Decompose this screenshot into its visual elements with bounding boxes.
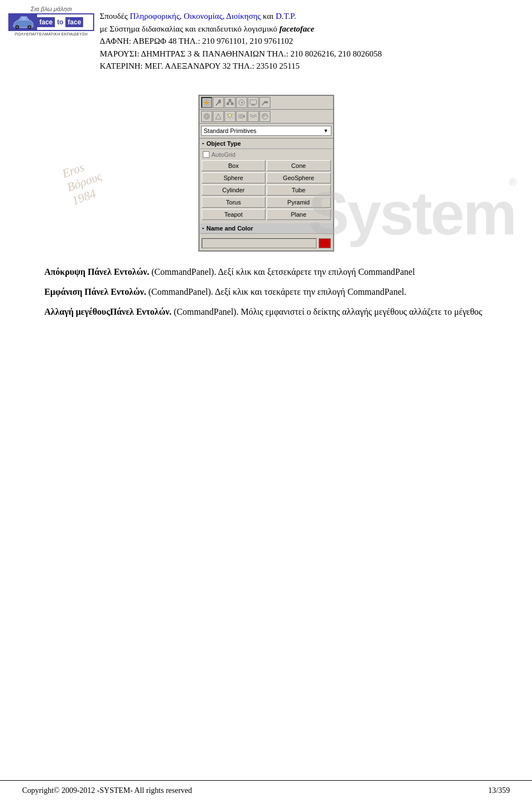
svg-line-10: [204, 100, 205, 101]
3dsmax-panel: Standard Primitives ▼ - Object Type Auto…: [198, 95, 334, 252]
p3-cmd: (CommandPanel).: [174, 307, 239, 316]
header-line-5: ΚΑΤΕΡΙΝΗ: ΜΕΓ. ΑΛΕΞΑΝΔΡΟΥ 32 ΤΗΛ.: 23510…: [100, 60, 510, 73]
modify-tab-icon[interactable]: [213, 97, 224, 108]
svg-rect-14: [229, 99, 231, 101]
create-tab-icon[interactable]: [201, 97, 212, 108]
paragraph-1: Απόκρυψη Πάνελ Εντολών. (CommandPanel). …: [44, 265, 488, 279]
box-button[interactable]: Box: [202, 160, 266, 171]
display-tab-icon[interactable]: [248, 97, 259, 108]
header-dtp: D.T.P.: [275, 12, 296, 21]
paragraph-3: Αλλαγή μεγέθουςΠάνελ Εντολών. (CommandPa…: [44, 305, 488, 319]
primitive-type-dropdown[interactable]: Standard Primitives ▼: [201, 126, 331, 136]
hammer-icon: [261, 99, 269, 106]
svg-rect-20: [231, 103, 233, 105]
collapse-object-type-btn[interactable]: -: [202, 140, 204, 147]
footer-page: 13/359: [488, 786, 510, 795]
wave-icon: [249, 112, 257, 120]
cone-button[interactable]: Cone: [267, 160, 331, 171]
name-color-content: [200, 236, 333, 250]
cameras-icon-btn[interactable]: [236, 111, 247, 122]
svg-rect-4: [22, 17, 26, 19]
utilities-tab-icon[interactable]: [259, 97, 270, 108]
header-brand: facetoface: [279, 24, 314, 33]
p2-label: Εμφάνιση Πάνελ Εντολών.: [44, 287, 146, 296]
svg-point-5: [205, 101, 208, 104]
toolbar-row-1[interactable]: [200, 96, 333, 110]
autogrid-label: AutoGrid: [212, 151, 236, 158]
logo-face-right: face: [65, 17, 83, 27]
header-text-2: και: [261, 12, 276, 21]
object-name-input[interactable]: [202, 238, 316, 248]
content-area: System ®: [0, 78, 532, 331]
cylinder-button[interactable]: Cylinder: [202, 185, 266, 196]
geometry-icon-btn[interactable]: [201, 111, 212, 122]
object-type-title: Object Type: [207, 140, 241, 147]
torus-button[interactable]: Torus: [202, 197, 266, 208]
dropdown-label: Standard Primitives: [204, 127, 257, 134]
svg-line-13: [204, 104, 205, 105]
collapse-name-color-btn[interactable]: -: [202, 224, 204, 232]
object-type-header: - Object Type: [200, 139, 333, 149]
logo-area: Σια βλω μάλησι face to face ΠΟΛΥΕΠΑΓΓΕΛΜ…: [8, 6, 94, 36]
logo-bottom-text: ΠΟΛΥΕΠΑΓΓΕΛΜΑΤΙΚΗ ΕΚΠΑΙΔΕΥΣΗ: [8, 32, 94, 36]
camera-icon: [238, 112, 245, 120]
object-type-section: - Object Type AutoGrid Box Cone Sphere G…: [200, 139, 333, 223]
svg-rect-19: [227, 103, 229, 105]
motion-tab-icon[interactable]: [236, 97, 247, 108]
car-icon: [11, 14, 35, 30]
svg-line-26: [262, 102, 264, 105]
sun-icon: [203, 99, 211, 106]
teapot-button[interactable]: Teapot: [202, 209, 266, 220]
p1-label: Απόκρυψη Πάνελ Εντολών.: [44, 267, 149, 277]
monitor-icon: [249, 99, 257, 106]
hierarchy-tab-icon[interactable]: [224, 97, 236, 108]
header-line-4: ΜΑΡΟΥΣΙ: ΔΗΜΗΤΡΑΣ 3 & ΠΑΝΑΘΗΝΑΙΩΝ ΤΗΛ.: …: [100, 48, 510, 60]
p1-cmd: (CommandPanel).: [151, 267, 216, 277]
svg-point-3: [29, 27, 30, 28]
header-text-3: με Σύστημα διδασκαλίας και εκπαιδευτικό …: [100, 24, 279, 33]
svg-line-12: [208, 100, 209, 101]
sphere-icon: [203, 112, 211, 120]
svg-line-11: [208, 104, 209, 105]
svg-rect-25: [264, 101, 268, 103]
name-color-section: - Name and Color: [200, 223, 333, 250]
pyramid-button[interactable]: Pyramid: [267, 197, 331, 208]
footer-copyright: Copyright© 2009-2012 -SYSTEM- All rights…: [22, 786, 192, 795]
svg-point-27: [204, 114, 209, 119]
spacewarp-icon: [261, 112, 269, 120]
paragraph-2: Εμφάνιση Πάνελ Εντολών. (CommandPanel). …: [44, 285, 488, 299]
color-swatch[interactable]: [319, 238, 331, 248]
trademark-symbol: ®: [509, 177, 516, 188]
sphere-button[interactable]: Sphere: [202, 172, 266, 183]
shapes-icon-btn[interactable]: [213, 111, 224, 122]
lights-icon-btn[interactable]: [224, 111, 236, 122]
p3-text: Μόλις εμφανιστεί ο δείκτης αλλαγής μεγέθ…: [238, 307, 482, 316]
toolbar-row-2[interactable]: [200, 110, 333, 124]
svg-point-32: [240, 115, 242, 117]
wrench-icon: [214, 99, 222, 106]
header-links: Πληροφορικής, Οικονομίας, Διοίκησης: [130, 12, 260, 21]
p2-cmd: (CommandPanel).: [149, 287, 213, 296]
p1-text: Δεξί κλικ και ξετσεκάρετε την επιλογή Co…: [216, 267, 415, 277]
header-line-2: με Σύστημα διδασκαλίας και εκπαιδευτικό …: [100, 23, 510, 35]
tube-button[interactable]: Tube: [267, 185, 331, 196]
name-color-row: [202, 238, 331, 248]
header-line-1: Σπουδές Πληροφορικής, Οικονομίας, Διοίκη…: [100, 10, 510, 23]
motion-icon: [238, 99, 245, 106]
object-buttons-grid: Box Cone Sphere GeoSphere Cylinder Tube …: [202, 160, 331, 220]
logo-to: to: [55, 17, 65, 27]
body-text: Απόκρυψη Πάνελ Εντολών. (CommandPanel). …: [22, 265, 510, 319]
helpers-icon-btn[interactable]: [248, 111, 259, 122]
header-text-1: Σπουδές: [100, 12, 130, 21]
hierarchy-icon: [226, 99, 234, 106]
geosphere-button[interactable]: GeoSphere: [267, 172, 331, 183]
svg-point-33: [262, 114, 268, 119]
header-line-3: ΔΑΦΝΗ: ΑΒΕΡΩΦ 48 ΤΗΛ.: 210 9761101, 210 …: [100, 35, 510, 48]
autogrid-checkbox[interactable]: [203, 151, 209, 158]
plane-button[interactable]: Plane: [267, 209, 331, 220]
object-type-content: AutoGrid Box Cone Sphere GeoSphere Cylin…: [200, 149, 333, 223]
autogrid-row: AutoGrid: [202, 151, 331, 158]
footer: Copyright© 2009-2012 -SYSTEM- All rights…: [0, 780, 532, 801]
spacewarps-icon-btn[interactable]: [259, 111, 270, 122]
name-color-header: - Name and Color: [200, 223, 333, 234]
